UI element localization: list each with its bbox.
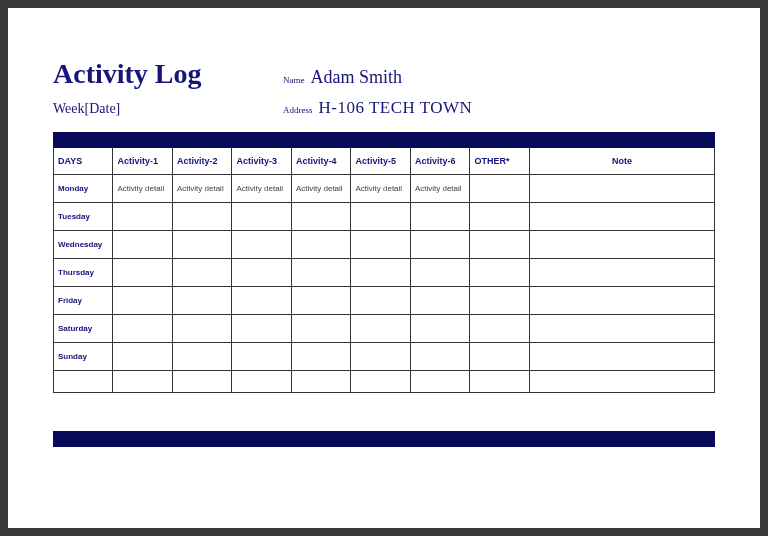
activity-cell[interactable]	[172, 343, 231, 371]
col-other: OTHER*	[470, 148, 529, 175]
activity-cell[interactable]	[291, 343, 350, 371]
day-cell[interactable]: Monday	[54, 175, 113, 203]
activity-cell[interactable]	[232, 203, 291, 231]
activity-cell[interactable]	[410, 343, 469, 371]
activity-cell[interactable]: Activity detail	[291, 175, 350, 203]
activity-cell[interactable]	[351, 231, 410, 259]
activity-cell[interactable]	[529, 175, 714, 203]
table-row: Friday	[54, 287, 715, 315]
col-activity-1: Activity-1	[113, 148, 172, 175]
table-row: Saturday	[54, 315, 715, 343]
table-spacer-row	[54, 371, 715, 393]
day-cell[interactable]: Saturday	[54, 315, 113, 343]
activity-cell[interactable]	[410, 231, 469, 259]
activity-cell[interactable]	[351, 343, 410, 371]
activity-cell[interactable]	[351, 259, 410, 287]
spacer-cell	[54, 371, 113, 393]
activity-cell[interactable]	[470, 203, 529, 231]
activity-cell[interactable]	[291, 203, 350, 231]
day-cell[interactable]: Thursday	[54, 259, 113, 287]
activity-cell[interactable]	[470, 231, 529, 259]
day-cell[interactable]: Sunday	[54, 343, 113, 371]
activity-cell[interactable]: Activity detail	[113, 175, 172, 203]
blue-bar-top	[53, 132, 715, 148]
activity-cell[interactable]	[470, 259, 529, 287]
activity-cell[interactable]: Activity detail	[172, 175, 231, 203]
activity-cell[interactable]	[529, 231, 714, 259]
header-row: Activity Log Name Adam Smith	[53, 58, 715, 90]
activity-cell[interactable]	[291, 259, 350, 287]
col-days: DAYS	[54, 148, 113, 175]
activity-cell[interactable]	[351, 287, 410, 315]
activity-cell[interactable]	[232, 343, 291, 371]
activity-cell[interactable]	[529, 343, 714, 371]
col-activity-5: Activity-5	[351, 148, 410, 175]
activity-cell[interactable]: Activity detail	[351, 175, 410, 203]
activity-cell[interactable]	[351, 315, 410, 343]
table-row: Tuesday	[54, 203, 715, 231]
spacer-cell	[291, 371, 350, 393]
activity-cell[interactable]	[232, 259, 291, 287]
activity-cell[interactable]	[172, 315, 231, 343]
activity-cell[interactable]	[470, 315, 529, 343]
activity-cell[interactable]	[529, 315, 714, 343]
document-page: Activity Log Name Adam Smith Week[Date] …	[8, 8, 760, 528]
spacer-cell	[470, 371, 529, 393]
col-activity-6: Activity-6	[410, 148, 469, 175]
day-cell[interactable]: Tuesday	[54, 203, 113, 231]
activity-cell[interactable]	[172, 203, 231, 231]
activity-table: DAYS Activity-1 Activity-2 Activity-3 Ac…	[53, 148, 715, 393]
spacer-cell	[351, 371, 410, 393]
activity-cell[interactable]	[529, 203, 714, 231]
activity-cell[interactable]	[470, 343, 529, 371]
col-note: Note	[529, 148, 714, 175]
spacer-cell	[529, 371, 714, 393]
activity-cell[interactable]	[113, 287, 172, 315]
activity-cell[interactable]	[529, 259, 714, 287]
activity-cell[interactable]: Activity detail	[410, 175, 469, 203]
col-activity-3: Activity-3	[232, 148, 291, 175]
activity-cell[interactable]	[529, 287, 714, 315]
activity-cell[interactable]	[470, 287, 529, 315]
activity-cell[interactable]: Activity detail	[232, 175, 291, 203]
blue-bar-bottom	[53, 431, 715, 447]
table-header-row: DAYS Activity-1 Activity-2 Activity-3 Ac…	[54, 148, 715, 175]
day-cell[interactable]: Friday	[54, 287, 113, 315]
table-row: MondayActivity detailActivity detailActi…	[54, 175, 715, 203]
activity-cell[interactable]	[291, 287, 350, 315]
activity-cell[interactable]	[410, 287, 469, 315]
activity-cell[interactable]	[113, 259, 172, 287]
table-row: Sunday	[54, 343, 715, 371]
activity-cell[interactable]	[172, 259, 231, 287]
activity-cell[interactable]	[232, 231, 291, 259]
day-cell[interactable]: Wednesday	[54, 231, 113, 259]
activity-cell[interactable]	[410, 259, 469, 287]
activity-cell[interactable]	[113, 343, 172, 371]
activity-cell[interactable]	[232, 315, 291, 343]
activity-cell[interactable]	[291, 231, 350, 259]
activity-cell[interactable]	[113, 203, 172, 231]
table-row: Thursday	[54, 259, 715, 287]
name-value: Adam Smith	[311, 67, 403, 88]
activity-cell[interactable]	[410, 203, 469, 231]
table-row: Wednesday	[54, 231, 715, 259]
week-label: Week[Date]	[53, 101, 283, 117]
activity-cell[interactable]	[113, 315, 172, 343]
activity-cell[interactable]	[470, 175, 529, 203]
spacer-cell	[410, 371, 469, 393]
footer-spacer	[53, 393, 715, 431]
page-title: Activity Log	[53, 58, 283, 90]
activity-cell[interactable]	[113, 231, 172, 259]
activity-cell[interactable]	[351, 203, 410, 231]
col-activity-2: Activity-2	[172, 148, 231, 175]
name-label: Name	[283, 75, 305, 85]
address-value: H-106 TECH TOWN	[319, 98, 473, 118]
spacer-cell	[172, 371, 231, 393]
spacer-cell	[232, 371, 291, 393]
activity-cell[interactable]	[410, 315, 469, 343]
activity-cell[interactable]	[172, 231, 231, 259]
activity-cell[interactable]	[232, 287, 291, 315]
activity-cell[interactable]	[291, 315, 350, 343]
spacer-cell	[113, 371, 172, 393]
activity-cell[interactable]	[172, 287, 231, 315]
